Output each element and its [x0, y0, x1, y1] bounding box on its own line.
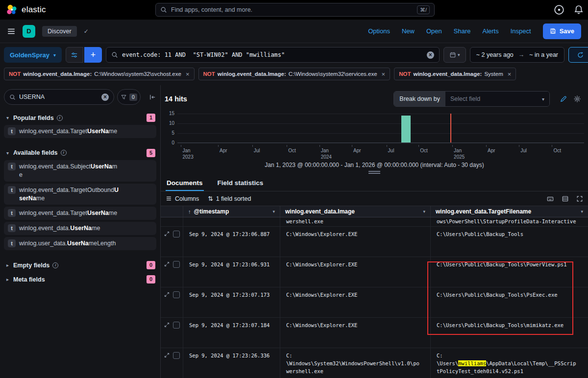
remove-filter-icon[interactable]: × — [508, 71, 512, 78]
data-view-picker[interactable]: GoldenSpray ▾ — [4, 47, 62, 63]
row-checkbox[interactable] — [173, 352, 180, 359]
table-row[interactable]: Sep 9, 2024 @ 17:23:26.336 C: \Windows\S… — [161, 348, 588, 378]
nav-link-inspect[interactable]: Inspect — [511, 27, 531, 35]
filter-pill-svchost[interactable]: NOT winlog.event_data.Image: C:\Windows\… — [4, 68, 195, 80]
popular-fields-header[interactable]: ▾ Popular fields i 1 — [4, 111, 156, 125]
documents-grid: ↑ @timestamp ▾ winlog.event_data.Image ▾… — [161, 206, 588, 378]
nav-link-share[interactable]: Share — [454, 27, 471, 35]
available-fields-header[interactable]: ▾ Available fields i 5 — [4, 146, 156, 160]
keyboard-shortcuts-icon[interactable] — [546, 195, 554, 202]
column-actions-icon[interactable]: ▾ — [423, 209, 425, 214]
meta-fields-title: Meta fields — [13, 276, 45, 283]
add-filter-button[interactable]: + — [84, 47, 102, 63]
negation-label: NOT — [399, 71, 411, 77]
field-search-input[interactable] — [19, 94, 98, 100]
nav-link-options[interactable]: Options — [368, 27, 390, 35]
column-actions-icon[interactable]: ▾ — [581, 209, 583, 214]
discover-main: 14 hits Break down by Select field ▾ — [161, 85, 588, 378]
target-filename-cell: C:\Users\Public\Backup_Tools\mimikatz.ex… — [431, 318, 588, 348]
expand-row-icon[interactable] — [164, 261, 170, 267]
filter-pill-services[interactable]: NOT winlog.event_data.Image: C:\Windows\… — [198, 68, 391, 80]
chart-options-gear-icon[interactable] — [573, 95, 581, 103]
columns-button[interactable]: Columns — [166, 195, 199, 202]
empty-fields-header[interactable]: ▸ Empty fields i 0 — [4, 258, 156, 272]
edit-visualization-icon[interactable] — [560, 95, 567, 103]
breakdown-placeholder: Select field — [450, 95, 480, 102]
saved-query-menu-button[interactable] — [66, 47, 83, 63]
field-item-target-username[interactable]: t winlog.event_data.TargetUserName — [4, 125, 156, 138]
tab-field-statistics[interactable]: Field statistics — [217, 176, 265, 191]
nav-link-new[interactable]: New — [402, 27, 415, 35]
collapse-sidebar-button[interactable] — [147, 91, 158, 103]
available-fields-title: Available fields — [13, 149, 58, 156]
arrow-right-icon: → — [518, 51, 525, 58]
field-name-pre: winlog.event_data.Target — [19, 210, 87, 216]
date-range-end[interactable]: ~ in a year — [529, 51, 558, 58]
row-checkbox[interactable] — [173, 291, 180, 298]
menu-icon[interactable] — [7, 27, 16, 36]
image-column-header[interactable]: winlog.event_data.Image ▾ — [280, 206, 431, 217]
nav-link-alerts[interactable]: Alerts — [482, 27, 498, 35]
timestamp-cell: Sep 9, 2024 @ 17:23:06.887 — [183, 227, 280, 257]
tab-documents[interactable]: Documents — [166, 176, 204, 191]
meta-fields-header[interactable]: ▸ Meta fields 0 — [4, 272, 156, 286]
field-search[interactable]: × — [4, 89, 114, 105]
table-row-partial[interactable]: wershell.exe ows\PowerShell\StartupProfi… — [161, 217, 588, 227]
date-picker-button[interactable]: ▾ — [443, 47, 466, 63]
space-avatar[interactable]: D — [23, 25, 35, 38]
y-axis-label: 0 — [172, 140, 174, 145]
field-item-username[interactable]: t winlog.event_data.UserName — [4, 222, 156, 235]
field-name: winlog.event_data.TargetOutboundU serNam… — [19, 186, 119, 203]
field-item-username-length[interactable]: t winlog.user_data.UserNameLength — [4, 237, 156, 250]
nav-link-open[interactable]: Open — [426, 27, 442, 35]
notifications-bell-icon[interactable] — [573, 4, 584, 15]
query-input-wrapper[interactable]: × — [106, 47, 440, 63]
query-input[interactable] — [122, 51, 423, 58]
histogram-plot[interactable] — [177, 114, 584, 143]
remove-filter-icon[interactable]: × — [186, 71, 190, 78]
expand-row-icon[interactable] — [164, 231, 170, 237]
breadcrumb-discover[interactable]: Discover — [42, 26, 77, 37]
row-checkbox[interactable] — [173, 231, 180, 237]
expand-row-icon[interactable] — [164, 291, 170, 298]
field-item-target-username[interactable]: t winlog.event_data.TargetUserName — [4, 207, 156, 220]
table-row[interactable]: Sep 9, 2024 @ 17:23:07.173 C:\Windows\Ex… — [161, 287, 588, 318]
refresh-icon — [577, 51, 584, 59]
row-checkbox[interactable] — [173, 261, 180, 268]
display-options-icon[interactable] — [562, 195, 569, 202]
row-checkbox[interactable] — [173, 322, 180, 329]
field-filter-button[interactable]: 0 — [117, 89, 141, 105]
timestamp-column-header[interactable]: ↑ @timestamp ▾ — [183, 206, 280, 217]
clear-query-icon[interactable]: × — [427, 51, 434, 59]
breakdown-select[interactable]: Select field ▾ — [445, 92, 549, 106]
sort-fields-button[interactable]: ⇅ 1 field sorted — [208, 195, 251, 202]
image-column-label: winlog.event_data.Image — [285, 208, 355, 215]
histogram-bar[interactable] — [401, 116, 411, 142]
column-actions-icon[interactable]: ▾ — [272, 209, 275, 214]
filter-pill-system[interactable]: NOT winlog.event_data.Image: System × — [394, 68, 516, 80]
expand-row-icon[interactable] — [164, 322, 170, 328]
clear-field-search-icon[interactable]: × — [101, 94, 109, 101]
table-row[interactable]: Sep 9, 2024 @ 17:23:06.887 C:\Windows\Ex… — [161, 227, 588, 257]
save-button[interactable]: Save — [543, 24, 581, 39]
target-filename-cell: C:\Users\Public\Backup_Tools\PsExec.exe — [431, 287, 588, 317]
y-axis-label: 5 — [172, 130, 174, 136]
target-filename-column-header[interactable]: winlog.event_data.TargetFilename ▾ — [431, 206, 588, 217]
user-avatar-icon[interactable] — [554, 4, 564, 15]
field-item-subject-username[interactable]: t winlog.event_data.SubjectUserNam e — [4, 160, 156, 182]
refresh-query-button[interactable] — [568, 47, 588, 63]
remove-filter-icon[interactable]: × — [382, 71, 386, 78]
table-row[interactable]: Sep 9, 2024 @ 17:23:06.931 C:\Windows\Ex… — [161, 257, 588, 287]
expand-row-icon[interactable] — [164, 352, 170, 358]
row-controls — [161, 318, 183, 348]
fullscreen-icon[interactable] — [576, 195, 583, 202]
resize-handle[interactable] — [368, 171, 380, 174]
field-search-row: × 0 — [4, 89, 156, 105]
brand: elastic — [6, 4, 104, 16]
global-search[interactable]: ⌘/ — [155, 3, 435, 17]
global-search-input[interactable] — [171, 6, 413, 13]
table-row[interactable]: Sep 9, 2024 @ 17:23:07.184 C:\Windows\Ex… — [161, 318, 588, 348]
field-item-target-outbound-username[interactable]: t winlog.event_data.TargetOutboundU serN… — [4, 184, 156, 205]
sort-asc-icon: ↑ — [188, 209, 191, 214]
date-range-start[interactable]: ~ 2 years ago — [476, 51, 514, 58]
